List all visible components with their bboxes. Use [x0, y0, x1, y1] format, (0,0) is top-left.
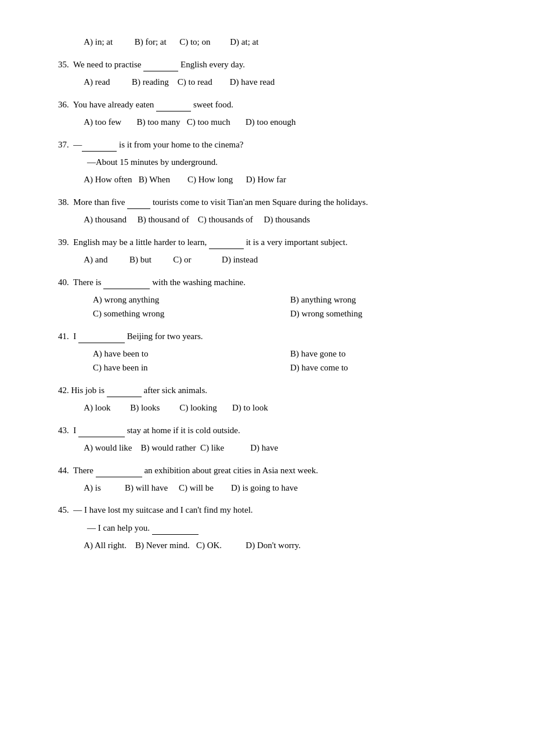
question-41-text: 41. I Beijing for two years.: [58, 329, 488, 343]
question-41-options: A) have been to B) have gone to C) have …: [93, 347, 488, 375]
option-40-b: B) anything wrong: [290, 293, 488, 307]
question-39-options: A) and B) but C) or D) instead: [75, 253, 488, 267]
exam-content: A) in; at B) for; at C) to; on D) at; at…: [58, 35, 488, 552]
question-42: 42. His job is after sick animals. A) lo…: [58, 383, 488, 415]
question-36-text: 36. You have already eaten sweet food.: [58, 97, 488, 111]
question-36: 36. You have already eaten sweet food. A…: [58, 97, 488, 129]
question-43-options: A) would like B) would rather C) like D)…: [75, 441, 488, 455]
option-40-a: A) wrong anything: [93, 293, 290, 307]
question-41: 41. I Beijing for two years. A) have bee…: [58, 329, 488, 375]
question-37: 37. — is it from your home to the cinema…: [58, 137, 488, 186]
question-42-text: 42. His job is after sick animals.: [58, 383, 488, 397]
question-top: A) in; at B) for; at C) to; on D) at; at: [58, 35, 488, 49]
question-40-options: A) wrong anything B) anything wrong C) s…: [93, 293, 488, 321]
question-37-text: 37. — is it from your home to the cinema…: [58, 137, 488, 152]
question-44-options: A) is B) will have C) will be D) is goin…: [75, 481, 488, 495]
question-45-dialog1: 45. — I have lost my suitcase and I can'…: [58, 503, 488, 517]
question-43-text: 43. I stay at home if it is cold outside…: [58, 423, 488, 437]
question-43: 43. I stay at home if it is cold outside…: [58, 423, 488, 455]
option-41-d: D) have come to: [290, 361, 488, 375]
option-41-c: C) have been in: [93, 361, 290, 375]
option-40-c: C) something wrong: [93, 307, 290, 321]
question-45: 45. — I have lost my suitcase and I can'…: [58, 503, 488, 552]
question-45-dialog2: — I can help you.: [87, 520, 488, 535]
option-40-d: D) wrong something: [290, 307, 488, 321]
option-41-a: A) have been to: [93, 347, 290, 361]
options-top: A) in; at B) for; at C) to; on D) at; at: [75, 35, 488, 49]
question-35-options: A) read B) reading C) to read D) have re…: [75, 75, 488, 89]
question-42-options: A) look B) looks C) looking D) to look: [75, 401, 488, 415]
question-35: 35. We need to practise English every da…: [58, 57, 488, 89]
question-39-text: 39. English may be a little harder to le…: [58, 235, 488, 249]
question-37-options: A) How often B) When C) How long D) How …: [75, 172, 488, 186]
question-36-options: A) too few B) too many C) too much D) to…: [75, 115, 488, 129]
question-38-options: A) thousand B) thousand of C) thousands …: [75, 213, 488, 226]
question-45-options: A) All right. B) Never mind. C) OK. D) D…: [75, 538, 488, 552]
question-40: 40. There is with the washing machine. A…: [58, 275, 488, 321]
question-40-text: 40. There is with the washing machine.: [58, 275, 488, 289]
question-37-dialog: —About 15 minutes by underground.: [87, 155, 488, 169]
question-38: 38. More than five tourists come to visi…: [58, 195, 488, 226]
question-39: 39. English may be a little harder to le…: [58, 235, 488, 267]
option-41-b: B) have gone to: [290, 347, 488, 361]
question-44: 44. There an exhibition about great citi…: [58, 463, 488, 495]
question-38-text: 38. More than five tourists come to visi…: [58, 195, 488, 209]
question-35-text: 35. We need to practise English every da…: [58, 57, 488, 71]
question-44-text: 44. There an exhibition about great citi…: [58, 463, 488, 477]
